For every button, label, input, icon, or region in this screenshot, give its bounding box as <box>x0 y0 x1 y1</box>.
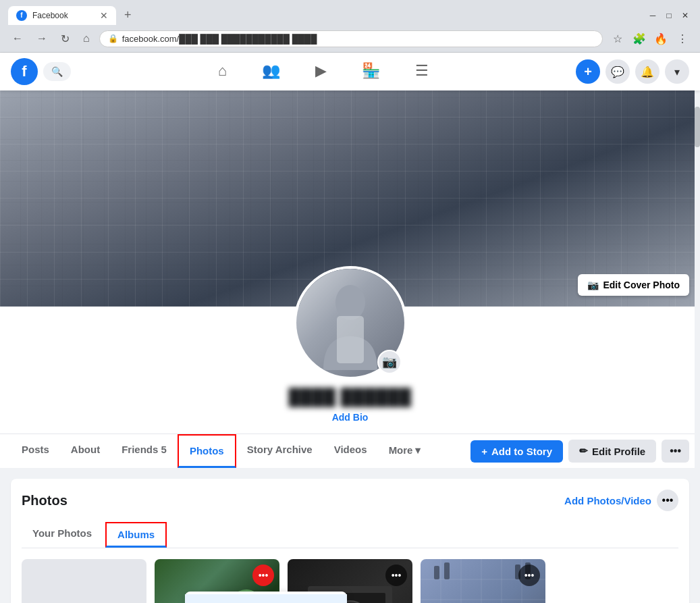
fb-header: f 🔍 ⌂ 👥 ▶ 🏪 ☰ + 💬 🔔 ▾ <box>0 53 700 90</box>
edit-profile-button[interactable]: ✏ Edit Profile <box>568 440 656 463</box>
edit-cover-label: Edit Cover Photo <box>603 280 680 290</box>
fb-nav: ⌂ 👥 ▶ 🏪 ☰ <box>71 57 576 87</box>
photos-subtab-albums[interactable]: Albums <box>105 522 167 548</box>
address-text: facebook.com/███ ███ ███████████ ████ <box>122 34 594 44</box>
new-tab-button[interactable]: + <box>119 5 137 25</box>
tab-more[interactable]: More ▾ <box>378 434 432 468</box>
album-item-create[interactable]: + Create Album <box>22 559 146 603</box>
svg-rect-23 <box>434 566 439 579</box>
album-menu-button-spring[interactable]: ••• <box>252 565 274 586</box>
tabs-left: Posts About Friends 5 Photos Story Archi… <box>11 434 431 468</box>
fb-nav-actions: + 💬 🔔 ▾ <box>576 59 689 84</box>
tab-more-chevron-icon: ▾ <box>415 444 421 456</box>
albums-grid: + Create Album <box>22 559 678 603</box>
window-controls: ─ □ ✕ <box>646 9 692 22</box>
search-icon: 🔍 <box>51 66 63 77</box>
nav-menu[interactable]: ☰ <box>399 57 445 87</box>
nav-friends[interactable]: 👥 <box>246 57 296 87</box>
messenger-button[interactable]: 💬 <box>605 59 630 84</box>
photos-subtabs: Your Photos Albums <box>22 522 678 548</box>
edit-cover-photo-button[interactable]: 📷 Edit Cover Photo <box>578 274 689 296</box>
album-menu-button-dark[interactable]: ••• <box>385 565 407 586</box>
tab-close-button[interactable]: ✕ <box>100 10 108 21</box>
search-bar[interactable]: 🔍 <box>43 62 71 81</box>
photos-subtab-your-photos[interactable]: Your Photos <box>22 522 103 548</box>
photos-card: Photos Add Photos/Video ••• Your Photos … <box>11 479 689 603</box>
add-bio-button[interactable]: Add Bio <box>327 409 374 425</box>
dropdown-edit-album[interactable]: Edit album <box>185 594 347 603</box>
browser-titlebar: f Facebook ✕ + ─ □ ✕ <box>0 0 700 25</box>
scrollbar[interactable] <box>695 53 700 603</box>
tab-about[interactable]: About <box>60 434 111 468</box>
add-to-story-button[interactable]: + Add to Story <box>470 440 563 463</box>
profile-info: 📷 ████ ██████ Add Bio <box>0 307 700 425</box>
tab-favicon: f <box>16 10 27 21</box>
profile-name: ████ ██████ <box>288 388 411 407</box>
photos-menu-button[interactable]: ••• <box>657 490 678 511</box>
album-dropdown-menu: Edit album Download Album Delete album E… <box>185 592 347 603</box>
add-action-button[interactable]: + <box>576 59 600 84</box>
home-button[interactable]: ⌂ <box>79 30 94 47</box>
forward-button[interactable]: → <box>32 30 51 47</box>
refresh-button[interactable]: ↻ <box>57 30 74 48</box>
photos-page-content: Photos Add Photos/Video ••• Your Photos … <box>0 468 700 603</box>
add-photos-button[interactable]: Add Photos/Video <box>564 495 651 506</box>
maximize-button[interactable]: □ <box>662 9 676 22</box>
browser-tabs: f Facebook ✕ + <box>8 5 137 25</box>
back-button[interactable]: ← <box>8 30 27 47</box>
album-menu-button-grid[interactable]: ••• <box>518 565 540 586</box>
svg-rect-24 <box>444 562 450 579</box>
scrollbar-thumb <box>695 107 700 147</box>
tab-title: Facebook <box>32 11 95 20</box>
extensions-button[interactable]: 🧩 <box>630 29 649 48</box>
notifications-button[interactable]: 🔔 <box>635 59 659 84</box>
tab-story-archive[interactable]: Story Archive <box>236 434 323 468</box>
svg-rect-1 <box>337 316 364 363</box>
tab-friends[interactable]: Friends 5 <box>111 434 178 468</box>
browser-toolbar: ← → ↻ ⌂ 🔒 facebook.com/███ ███ █████████… <box>0 25 700 52</box>
profile-tabs: Posts About Friends 5 Photos Story Archi… <box>0 434 700 468</box>
tab-videos[interactable]: Videos <box>323 434 378 468</box>
avatar-camera-button[interactable]: 📷 <box>377 350 402 374</box>
browser-chrome: f Facebook ✕ + ─ □ ✕ ← → ↻ ⌂ 🔒 facebook.… <box>0 0 700 53</box>
tab-more-label: More <box>389 444 413 456</box>
add-to-story-label: Add to Story <box>491 446 552 457</box>
profile-container: 📷 Edit Cover Photo 📷 <box>0 90 700 603</box>
toolbar-actions: ☆ 🧩 🔥 ⋮ <box>608 29 692 48</box>
browser-menu-button[interactable]: ⋮ <box>673 29 692 48</box>
edit-profile-label: Edit Profile <box>592 446 645 457</box>
profile-icon-button[interactable]: 🔥 <box>651 29 670 48</box>
nav-home[interactable]: ⌂ <box>202 57 243 87</box>
profile-more-button[interactable]: ••• <box>662 440 689 463</box>
photos-section-title: Photos <box>22 493 68 508</box>
tab-posts[interactable]: Posts <box>11 434 60 468</box>
tabs-right: + Add to Story ✏ Edit Profile ••• <box>470 440 689 463</box>
create-album-thumb: + <box>22 559 146 603</box>
minimize-button[interactable]: ─ <box>646 9 659 22</box>
photos-header: Photos Add Photos/Video ••• <box>22 490 678 511</box>
nav-watch[interactable]: ▶ <box>299 57 343 87</box>
photos-header-actions: Add Photos/Video ••• <box>564 490 678 511</box>
account-menu-button[interactable]: ▾ <box>665 59 689 84</box>
fb-logo: f <box>11 58 38 85</box>
address-bar[interactable]: 🔒 facebook.com/███ ███ ███████████ ████ <box>99 30 603 47</box>
tab-photos[interactable]: Photos <box>178 434 236 468</box>
bookmark-button[interactable]: ☆ <box>608 29 627 48</box>
album-item-spring[interactable]: ••• spring 1 Item Edit album Download Al… <box>155 559 279 603</box>
lock-icon: 🔒 <box>108 34 118 43</box>
add-story-plus-icon: + <box>481 446 487 457</box>
edit-profile-pencil-icon: ✏ <box>579 445 588 457</box>
browser-tab-active[interactable]: f Facebook ✕ <box>8 6 116 25</box>
avatar-wrapper: 📷 <box>294 266 407 379</box>
nav-marketplace[interactable]: 🏪 <box>346 57 396 87</box>
svg-point-0 <box>335 285 365 320</box>
close-window-button[interactable]: ✕ <box>678 9 692 22</box>
camera-icon: 📷 <box>587 280 599 290</box>
album-item-grid[interactable]: ••• <box>421 559 545 603</box>
